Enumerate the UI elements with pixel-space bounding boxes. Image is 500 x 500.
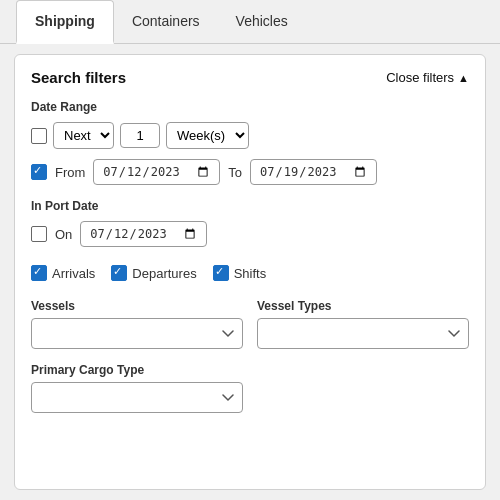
vessels-select[interactable] (31, 318, 243, 349)
date-range-label: Date Range (31, 100, 469, 114)
chevron-up-icon: ▲ (458, 72, 469, 84)
primary-cargo-group: Primary Cargo Type (31, 363, 243, 413)
weeks-number-input[interactable] (120, 123, 160, 148)
to-date-input[interactable] (250, 159, 377, 185)
from-to-checkbox[interactable] (31, 164, 47, 180)
date-range-row: Next Week(s) (31, 122, 469, 149)
next-select[interactable]: Next (53, 122, 114, 149)
on-date-input[interactable] (80, 221, 207, 247)
shifts-label: Shifts (234, 266, 267, 281)
on-date-checkbox[interactable] (31, 226, 47, 242)
app-container: Shipping Containers Vehicles Search filt… (0, 0, 500, 500)
tab-containers[interactable]: Containers (114, 0, 218, 44)
date-range-checkbox[interactable] (31, 128, 47, 144)
primary-cargo-label: Primary Cargo Type (31, 363, 243, 377)
close-filters-button[interactable]: Close filters ▲ (386, 70, 469, 85)
vessels-row: Vessels Vessel Types (31, 299, 469, 349)
from-date-input[interactable] (93, 159, 220, 185)
arrivals-checkbox[interactable] (31, 265, 47, 281)
filter-panel: Search filters Close filters ▲ Date Rang… (14, 54, 486, 490)
on-label: On (55, 227, 72, 242)
filter-panel-title: Search filters (31, 69, 126, 86)
checkboxes-row: Arrivals Departures Shifts (31, 265, 469, 281)
arrivals-check-item[interactable]: Arrivals (31, 265, 95, 281)
from-label: From (55, 165, 85, 180)
vessel-types-group: Vessel Types (257, 299, 469, 349)
to-label: To (228, 165, 242, 180)
close-filters-label: Close filters (386, 70, 454, 85)
shifts-check-item[interactable]: Shifts (213, 265, 267, 281)
vessels-dropdown-label: Vessels (31, 299, 243, 313)
in-port-section: In Port Date On (31, 199, 469, 247)
arrivals-label: Arrivals (52, 266, 95, 281)
departures-label: Departures (132, 266, 196, 281)
vessel-types-dropdown-label: Vessel Types (257, 299, 469, 313)
shifts-checkbox[interactable] (213, 265, 229, 281)
tabs-bar: Shipping Containers Vehicles (0, 0, 500, 44)
vessel-types-select[interactable] (257, 318, 469, 349)
in-port-label: In Port Date (31, 199, 469, 213)
departures-checkbox[interactable] (111, 265, 127, 281)
weeks-unit-select[interactable]: Week(s) (166, 122, 249, 149)
on-row: On (31, 221, 469, 247)
departures-check-item[interactable]: Departures (111, 265, 196, 281)
from-to-row: From To (31, 159, 469, 185)
primary-cargo-select[interactable] (31, 382, 243, 413)
tab-vehicles[interactable]: Vehicles (218, 0, 306, 44)
tab-shipping[interactable]: Shipping (16, 0, 114, 44)
filter-header: Search filters Close filters ▲ (31, 69, 469, 86)
vessels-group: Vessels (31, 299, 243, 349)
